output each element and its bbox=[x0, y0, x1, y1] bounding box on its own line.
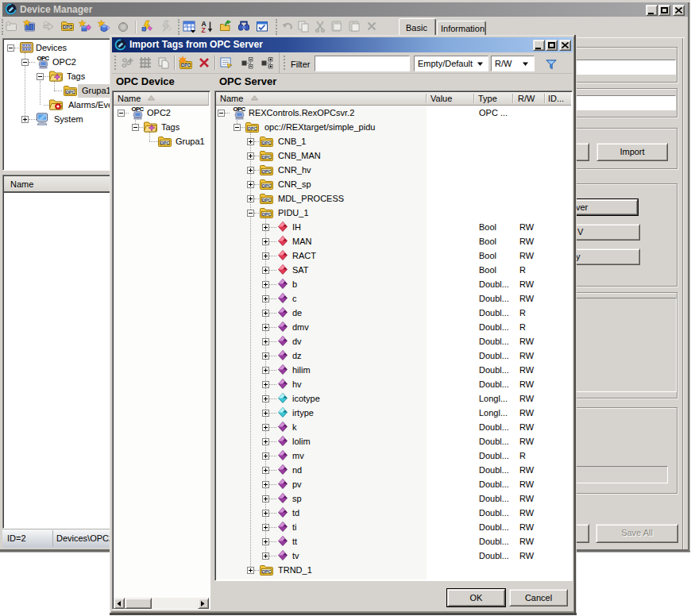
svg-text:OPC: OPC bbox=[63, 25, 72, 29]
svg-text:OPC: OPC bbox=[261, 569, 271, 574]
svg-text:OPC: OPC bbox=[261, 212, 271, 217]
svg-text:OPC: OPC bbox=[37, 55, 49, 62]
svg-text:OPC: OPC bbox=[160, 141, 169, 145]
svg-text:OPC: OPC bbox=[233, 106, 245, 113]
svg-text:OPC: OPC bbox=[261, 169, 271, 174]
svg-text:OPC: OPC bbox=[261, 198, 271, 202]
svg-text:OPC: OPC bbox=[261, 155, 271, 160]
svg-text:OPC: OPC bbox=[247, 126, 257, 131]
svg-text:Z: Z bbox=[202, 26, 206, 34]
svg-text:OPC: OPC bbox=[261, 141, 271, 145]
svg-text:OPC: OPC bbox=[261, 183, 271, 188]
svg-text:OPC: OPC bbox=[131, 106, 144, 113]
svg-text:OPC: OPC bbox=[65, 90, 75, 94]
